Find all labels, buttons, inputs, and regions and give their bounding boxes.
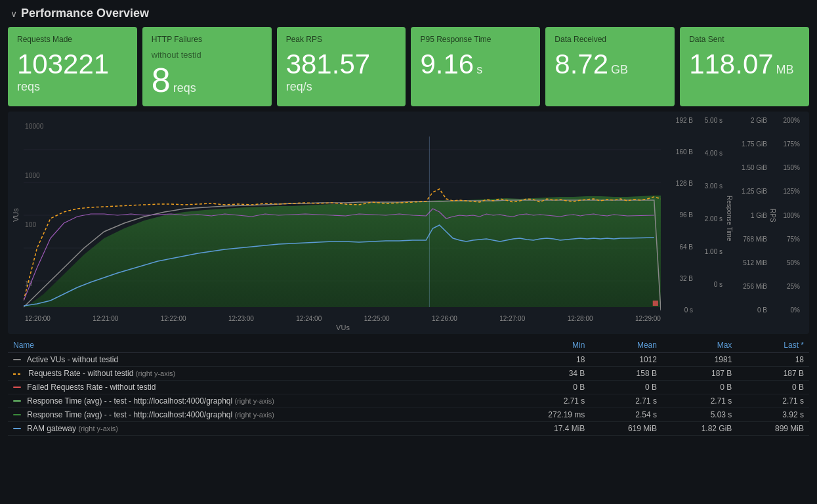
legend-last: 187 B — [737, 367, 809, 381]
col-mean: Mean — [590, 338, 662, 353]
legend-last: 2.71 s — [737, 394, 809, 408]
col-last: Last * — [737, 338, 809, 353]
svg-text:100: 100 — [25, 221, 36, 228]
legend-mean: 2.54 s — [590, 408, 662, 422]
legend-last: 3.92 s — [737, 408, 809, 422]
chart-area: 10000 1000 100 10 — [24, 117, 661, 314]
legend-name: RAM gateway (right y-axis) — [8, 422, 504, 436]
legend-row: Active VUs - without testid 18 1012 1981… — [8, 353, 809, 367]
legend-max: 187 B — [662, 367, 737, 381]
chart-svg: 10000 1000 100 10 — [24, 117, 661, 314]
legend-max: 2.71 s — [662, 394, 737, 408]
legend-last: 18 — [737, 353, 809, 367]
kpi-label: Requests Made — [17, 35, 128, 44]
legend-min: 18 — [504, 353, 591, 367]
legend-mean: 2.71 s — [590, 394, 662, 408]
kpi-card-peak-rps: Peak RPS 381.57req/s — [277, 27, 406, 106]
legend-max: 1981 — [662, 353, 737, 367]
kpi-value: 8.72GB — [555, 51, 665, 78]
kpi-label: Data Received — [555, 35, 665, 44]
svg-text:1000: 1000 — [25, 172, 40, 179]
kpi-row: Requests Made 103221reqs HTTP Failures w… — [0, 27, 817, 106]
x-axis: 12:20:0012:21:0012:22:0012:23:0012:24:00… — [12, 314, 661, 322]
legend-row: Failed Requests Rate - without testid 0 … — [8, 381, 809, 394]
kpi-value: 118.07MB — [689, 51, 800, 78]
col-min: Min — [504, 338, 591, 353]
kpi-value: 103221reqs — [17, 51, 128, 93]
kpi-value: 9.16s — [420, 51, 531, 78]
kpi-card-data-received: Data Received 8.72GB — [545, 27, 675, 106]
bytes-axis: 192 B 160 B 128 B 96 B 64 B 32 B 0 s — [663, 117, 693, 314]
svg-rect-10 — [653, 301, 658, 306]
kpi-value: without testid 8reqs — [152, 51, 262, 97]
legend-mean: 619 MiB — [590, 422, 662, 436]
kpi-card-http-failures: HTTP Failures without testid 8reqs — [142, 27, 272, 106]
legend-mean: 0 B — [590, 381, 662, 394]
legend-row: Response Time (avg) - - test - http://lo… — [8, 394, 809, 408]
legend-max: 5.03 s — [662, 408, 737, 422]
legend-mean: 1012 — [590, 353, 662, 367]
legend-min: 0 B — [504, 381, 591, 394]
right-axes: 192 B 160 B 128 B 96 B 64 B 32 B 0 s 5.0… — [661, 117, 805, 314]
y-axis-label: VUs — [12, 117, 24, 314]
legend-name: Response Time (avg) - - test - http://lo… — [8, 394, 504, 408]
col-max: Max — [662, 338, 737, 353]
legend-last: 899 MiB — [737, 422, 809, 436]
kpi-card-data-sent: Data Sent 118.07MB — [680, 27, 809, 106]
legend-row: RAM gateway (right y-axis) 17.4 MiB 619 … — [8, 422, 809, 436]
legend-min: 272.19 ms — [504, 408, 591, 422]
legend-max: 1.82 GiB — [662, 422, 737, 436]
legend-mean: 158 B — [590, 367, 662, 381]
legend-row: Response Time (avg) - - test - http://lo… — [8, 408, 809, 422]
legend-max: 0 B — [662, 381, 737, 394]
legend-row: Requests Rate - without testid (right y-… — [8, 367, 809, 381]
legend-min: 17.4 MiB — [504, 422, 591, 436]
legend-name: Requests Rate - without testid (right y-… — [8, 367, 504, 381]
legend-name: Response Time (avg) - - test - http://lo… — [8, 408, 504, 422]
response-time-axis: 5.00 s 4.00 s 3.00 s 2.00 s 1.00 s 0 s — [693, 117, 723, 314]
svg-text:10000: 10000 — [25, 123, 44, 130]
pct-axis: 200% 175% 150% 125% 100% 75% 50% 25% 0% — [776, 117, 800, 314]
legend-min: 2.71 s — [504, 394, 591, 408]
kpi-card-p95-response: P95 Response Time 9.16s — [411, 27, 540, 106]
kpi-label: Peak RPS — [286, 35, 397, 44]
col-name: Name — [8, 338, 504, 353]
kpi-label: Data Sent — [689, 35, 800, 44]
chart-section: VUs 10000 1000 100 10 — [8, 112, 809, 334]
rps-axis-label: RPS — [767, 117, 776, 314]
kpi-value: 381.57req/s — [286, 51, 397, 93]
legend-last: 0 B — [737, 381, 809, 394]
page-title: Performance Overview — [21, 7, 149, 20]
data-axis: 2 GiB 1.75 GiB 1.50 GiB 1.25 GiB 1 GiB 7… — [733, 117, 767, 314]
legend-section: Name Min Mean Max Last * Active VUs - wi… — [8, 338, 809, 436]
legend-table: Name Min Mean Max Last * Active VUs - wi… — [8, 338, 809, 436]
legend-name: Failed Requests Rate - without testid — [8, 381, 504, 394]
header: ∨ Performance Overview — [0, 0, 817, 27]
kpi-label: HTTP Failures — [152, 35, 262, 44]
response-time-axis-label: Response Time — [723, 117, 733, 314]
kpi-label: P95 Response Time — [420, 35, 531, 44]
chevron-icon: ∨ — [10, 9, 17, 19]
legend-min: 34 B — [504, 367, 591, 381]
x-axis-label: VUs — [12, 324, 661, 331]
kpi-card-requests-made: Requests Made 103221reqs — [8, 27, 137, 106]
legend-name: Active VUs - without testid — [8, 353, 504, 367]
